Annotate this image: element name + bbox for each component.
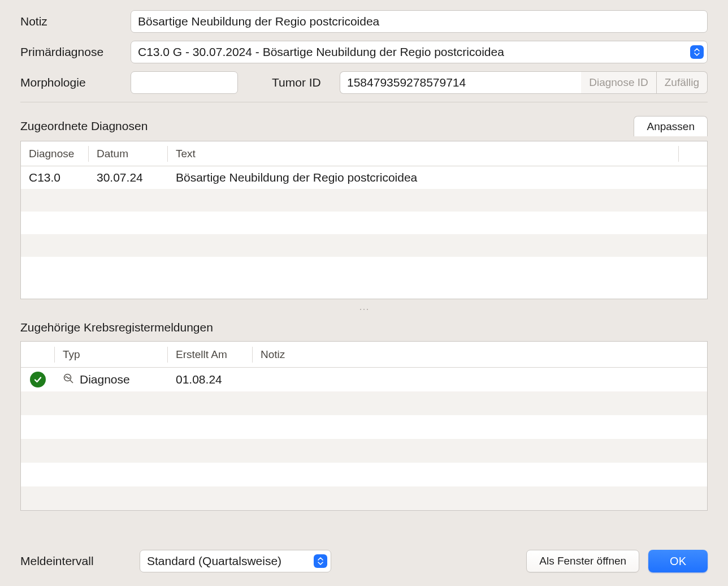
table-row (21, 391, 707, 415)
col-extra[interactable] (679, 146, 707, 162)
divider (20, 102, 708, 102)
morphologie-input[interactable] (131, 71, 238, 94)
zugeordnete-diagnosen-title: Zugeordnete Diagnosen (20, 119, 148, 133)
cell-diagnose: C13.0 (21, 171, 89, 184)
table-row (21, 439, 707, 463)
table-row (21, 257, 707, 279)
col-erstellt[interactable]: Erstellt Am (168, 347, 253, 363)
table-row[interactable]: C13.0 30.07.24 Bösartige Neubildung der … (21, 166, 707, 189)
diagnose-id-button[interactable]: Diagnose ID (581, 71, 657, 94)
table-row (21, 189, 707, 212)
tumor-id-input[interactable] (340, 71, 581, 94)
meldeintervall-label: Meldeintervall (20, 554, 131, 568)
col-status[interactable] (21, 347, 55, 363)
col-typ[interactable]: Typ (55, 347, 168, 363)
primardiagnose-label: Primärdiagnose (20, 45, 131, 59)
diagnosis-search-icon (63, 373, 74, 387)
ok-button[interactable]: OK (648, 550, 708, 572)
table-row (21, 463, 707, 486)
diagnosen-table[interactable]: Diagnose Datum Text C13.0 30.07.24 Bösar… (20, 141, 708, 299)
primardiagnose-select[interactable]: C13.0 G - 30.07.2024 - Bösartige Neubild… (131, 41, 708, 63)
cell-typ: Diagnose (80, 373, 130, 386)
chevron-updown-icon (690, 45, 704, 59)
check-circle-icon (30, 372, 46, 387)
col-text[interactable]: Text (168, 146, 679, 162)
split-handle-icon[interactable]: ⋯ (20, 299, 708, 321)
cell-text: Bösartige Neubildung der Regio postcrico… (168, 171, 707, 184)
anpassen-button[interactable]: Anpassen (634, 116, 708, 136)
als-fenster-offnen-button[interactable]: Als Fenster öffnen (526, 550, 639, 572)
primardiagnose-selected: C13.0 G - 30.07.2024 - Bösartige Neubild… (138, 45, 690, 59)
notiz-label: Notiz (20, 15, 131, 28)
meldeintervall-select[interactable]: Standard (Quartalsweise) (140, 550, 331, 572)
col-diagnose[interactable]: Diagnose (21, 146, 89, 162)
cell-datum: 30.07.24 (89, 171, 168, 184)
morphologie-label: Morphologie (20, 76, 131, 89)
meldungen-table-header: Typ Erstellt Am Notiz (21, 342, 707, 368)
table-row (21, 212, 707, 234)
diagnosen-table-header: Diagnose Datum Text (21, 141, 707, 166)
meldeintervall-selected: Standard (Quartalsweise) (147, 554, 314, 568)
col-notiz-meldungen[interactable]: Notiz (253, 347, 707, 363)
table-row (21, 486, 707, 510)
col-datum[interactable]: Datum (89, 146, 168, 162)
zugehorige-meldungen-title: Zugehörige Krebsregistermeldungen (20, 321, 708, 334)
notiz-input[interactable] (131, 10, 708, 33)
cell-erstellt: 01.08.24 (168, 373, 253, 386)
zufallig-button[interactable]: Zufällig (657, 71, 708, 94)
table-row (21, 234, 707, 257)
table-row[interactable]: Diagnose 01.08.24 (21, 368, 707, 391)
svg-line-1 (70, 380, 73, 383)
chevron-updown-icon (314, 554, 327, 568)
meldungen-table[interactable]: Typ Erstellt Am Notiz Diagnose (20, 341, 708, 511)
tumor-id-label: Tumor ID (272, 76, 340, 89)
table-row (21, 415, 707, 439)
